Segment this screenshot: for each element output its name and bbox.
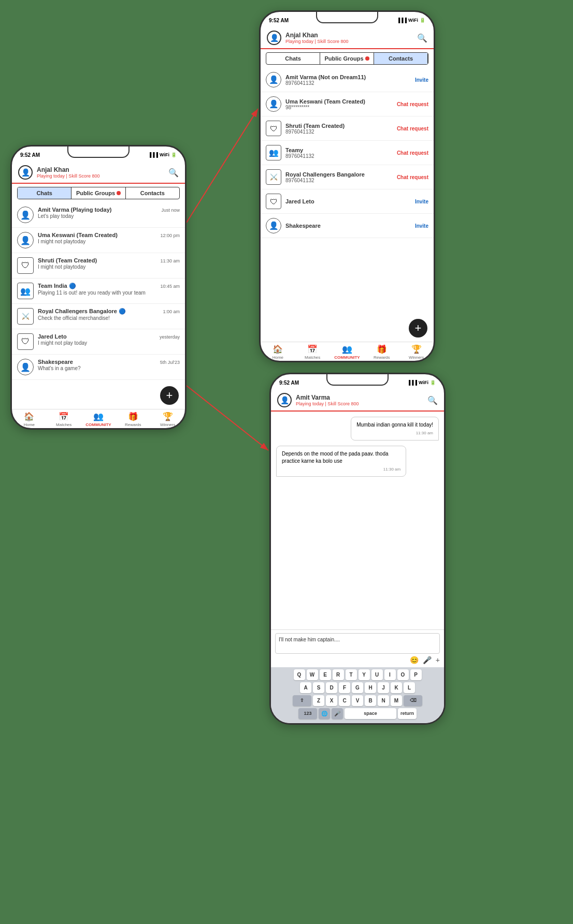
key-globe[interactable]: 🌐	[319, 708, 330, 719]
contact-action-shakespeare[interactable]: Invite	[415, 223, 428, 229]
nav-matches-tr[interactable]: 📅 Matches	[295, 344, 330, 360]
key-w[interactable]: W	[307, 669, 318, 680]
add-icon[interactable]: +	[436, 656, 440, 664]
key-i[interactable]: I	[384, 669, 396, 680]
key-q[interactable]: Q	[294, 669, 305, 680]
home-icon-tr: 🏠	[273, 344, 283, 354]
key-l[interactable]: L	[404, 682, 415, 693]
contact-action-rcb[interactable]: Chat request	[397, 174, 428, 180]
status-time-br: 9:52 AM	[279, 380, 299, 386]
contact-item-teamy[interactable]: 👥 Teamy 8976041132 Chat request	[261, 141, 434, 165]
community-icon-tr: 👥	[342, 344, 352, 354]
chat-main-amit: Amit Varma (Playing today) Just now Let'…	[38, 207, 180, 219]
tab-chats-tr[interactable]: Chats	[266, 53, 320, 64]
key-d[interactable]: D	[326, 682, 337, 693]
key-return[interactable]: return	[398, 708, 417, 719]
key-shift[interactable]: ⇧	[293, 695, 311, 706]
chat-item-amit[interactable]: 👤 Amit Varma (Playing today) Just now Le…	[12, 202, 185, 228]
bottom-nav-left: 🏠 Home 📅 Matches 👥 COMMUNITY 🎁 Rewards 🏆…	[12, 409, 185, 428]
key-p[interactable]: P	[410, 669, 422, 680]
fab-tr[interactable]: +	[409, 319, 427, 338]
chat-item-shakespeare[interactable]: 👤 Shakespeare 5th Jul'23 What's in a gam…	[12, 355, 185, 380]
nav-home-tr[interactable]: 🏠 Home	[261, 344, 295, 360]
nav-home-left[interactable]: 🏠 Home	[12, 412, 47, 427]
key-u[interactable]: U	[371, 669, 383, 680]
key-s[interactable]: S	[313, 682, 324, 693]
key-a[interactable]: A	[300, 682, 311, 693]
contact-item-jared-tr[interactable]: 🛡 Jared Leto Invite	[261, 189, 434, 214]
search-button-br[interactable]: 🔍	[427, 395, 438, 405]
contact-item-rcb-tr[interactable]: ⚔️ Royal Challengers Bangalore 897604113…	[261, 165, 434, 189]
key-t[interactable]: T	[346, 669, 357, 680]
nav-winners-left[interactable]: 🏆 Winners	[150, 412, 185, 427]
nav-community-left[interactable]: 👥 COMMUNITY	[81, 412, 116, 427]
chat-avatar-team-india: 👥	[17, 283, 34, 299]
key-space[interactable]: space	[345, 708, 396, 719]
keyboard: Q W E R T Y U I O P A S D F G H J K L	[271, 667, 444, 723]
search-button-tr[interactable]: 🔍	[417, 33, 427, 43]
chat-time-shruti: 11:30 am	[160, 258, 180, 263]
key-o[interactable]: O	[397, 669, 409, 680]
key-mic[interactable]: 🎤	[332, 708, 343, 719]
contact-action-jared[interactable]: Invite	[415, 199, 428, 204]
tab-contacts-left[interactable]: Contacts	[126, 187, 179, 199]
chat-item-team-india[interactable]: 👥 Team India 🔵 10:45 am Playing 11 is ou…	[12, 278, 185, 304]
keyboard-row-4: 123 🌐 🎤 space return	[273, 708, 442, 719]
contact-action-amit[interactable]: Invite	[415, 77, 428, 83]
chat-name-amit: Amit Varma (Playing today)	[38, 207, 111, 213]
tab-chats-left[interactable]: Chats	[18, 187, 71, 199]
key-j[interactable]: J	[378, 682, 389, 693]
key-g[interactable]: G	[352, 682, 363, 693]
chat-name-rcb: Royal Challengers Bangalore 🔵	[38, 308, 126, 315]
key-r[interactable]: R	[333, 669, 344, 680]
chat-item-rcb[interactable]: ⚔️ Royal Challengers Bangalore 🔵 1:00 am…	[12, 304, 185, 329]
chat-msg-amit: Let's play today	[38, 213, 180, 219]
chat-main-team-india: Team India 🔵 10:45 am Playing 11 is out!…	[38, 283, 180, 296]
chat-item-uma[interactable]: 👤 Uma Keswani (Team Created) 12:00 pm I …	[12, 228, 185, 253]
key-b[interactable]: B	[365, 695, 376, 706]
nav-winners-tr[interactable]: 🏆 Winners	[399, 344, 434, 360]
key-v[interactable]: V	[352, 695, 363, 706]
key-n[interactable]: N	[378, 695, 389, 706]
key-y[interactable]: Y	[359, 669, 370, 680]
fab-left[interactable]: +	[160, 386, 179, 405]
contact-item-shakespeare-tr[interactable]: 👤 Shakespeare Invite	[261, 214, 434, 238]
key-backspace[interactable]: ⌫	[404, 695, 422, 706]
key-z[interactable]: Z	[313, 695, 324, 706]
contact-action-uma[interactable]: Chat request	[397, 101, 428, 107]
microphone-icon[interactable]: 🎤	[423, 656, 432, 664]
key-123[interactable]: 123	[298, 708, 317, 719]
tab-contacts-tr[interactable]: Contacts	[374, 53, 428, 64]
community-icon-left: 👥	[93, 412, 104, 421]
nav-rewards-tr[interactable]: 🎁 Rewards	[364, 344, 399, 360]
chat-avatar-shruti: 🛡	[17, 257, 34, 274]
contact-item-amit[interactable]: 👤 Amit Varma (Not on Dream11) 8976041132…	[261, 68, 434, 92]
chat-item-jared[interactable]: 🛡 Jared Leto yesterday I might not play …	[12, 329, 185, 355]
header-user-tr: 👤 Anjal Khan Playing today | Skill Score…	[267, 31, 348, 45]
rewards-icon-tr: 🎁	[377, 344, 387, 354]
contact-info-uma: Uma Keswani (Team Created) 98*********	[285, 98, 393, 110]
key-e[interactable]: E	[320, 669, 331, 680]
contact-action-teamy[interactable]: Chat request	[397, 150, 428, 156]
key-h[interactable]: H	[365, 682, 376, 693]
nav-community-tr[interactable]: 👥 COMMUNITY	[330, 344, 365, 360]
key-k[interactable]: K	[391, 682, 402, 693]
contact-item-uma[interactable]: 👤 Uma Keswani (Team Created) 98*********…	[261, 92, 434, 116]
nav-matches-left[interactable]: 📅 Matches	[47, 412, 81, 427]
chat-item-shruti[interactable]: 🛡 Shruti (Team Created) 11:30 am I might…	[12, 253, 185, 278]
message-input-box[interactable]: I'll not make him captain....	[275, 633, 440, 654]
key-c[interactable]: C	[339, 695, 350, 706]
tab-public-groups-tr[interactable]: Public Groups	[320, 53, 374, 64]
rewards-icon-left: 🎁	[128, 412, 138, 421]
chat-main-uma: Uma Keswani (Team Created) 12:00 pm I mi…	[38, 232, 180, 244]
emoji-icon[interactable]: 😊	[410, 656, 419, 664]
tab-public-groups-left[interactable]: Public Groups	[71, 187, 125, 199]
search-button-left[interactable]: 🔍	[168, 168, 179, 178]
user-name-br: Amit Varma	[296, 394, 359, 401]
key-x[interactable]: X	[326, 695, 337, 706]
key-m[interactable]: M	[391, 695, 402, 706]
key-f[interactable]: F	[339, 682, 350, 693]
contact-item-shruti-tr[interactable]: 🛡 Shruti (Team Created) 8976041132 Chat …	[261, 116, 434, 141]
nav-rewards-left[interactable]: 🎁 Rewards	[116, 412, 150, 427]
contact-action-shruti[interactable]: Chat request	[397, 126, 428, 131]
